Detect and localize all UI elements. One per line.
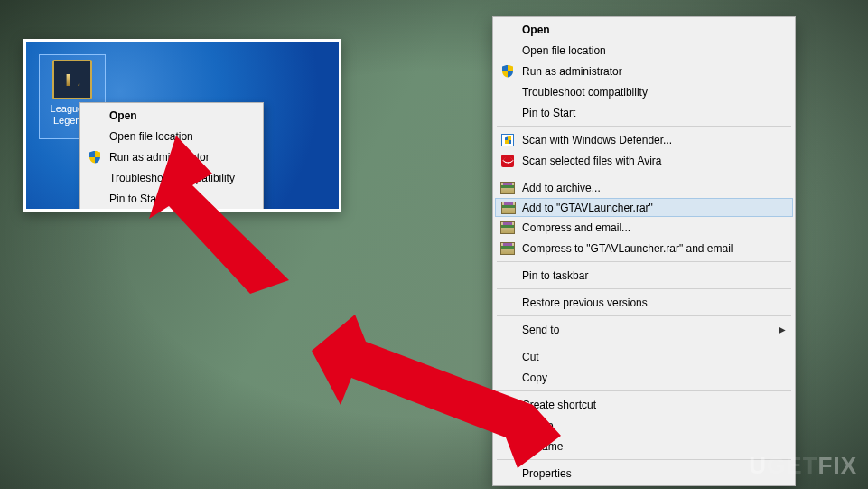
menu-run-as-admin[interactable]: Run as administrator <box>495 61 793 81</box>
menu-open-file-location[interactable]: Open file location <box>82 126 261 146</box>
shield-icon <box>500 64 515 79</box>
rar-icon <box>500 221 515 235</box>
separator <box>497 126 791 127</box>
separator <box>497 315 791 316</box>
menu-scan-avira[interactable]: Scan selected files with Avira <box>495 150 793 171</box>
menu-open[interactable]: Open <box>495 19 793 40</box>
menu-scan-defender[interactable]: Scan with Windows Defender... <box>495 129 793 150</box>
menu-pin-start[interactable]: Pin to Start <box>495 102 793 123</box>
menu-compress-rar-email[interactable]: Compress to "GTAVLauncher.rar" and email <box>495 238 793 259</box>
league-icon: L <box>52 60 92 99</box>
separator <box>497 174 791 174</box>
rar-icon <box>500 181 515 195</box>
separator <box>497 288 791 289</box>
separator <box>497 343 791 343</box>
menu-copy[interactable]: Copy <box>495 367 793 388</box>
menu-delete[interactable]: Delete <box>495 415 793 436</box>
menu-add-to-rar[interactable]: Add to "GTAVLauncher.rar" <box>495 198 793 217</box>
menu-troubleshoot[interactable]: Troubleshoot compatibility <box>495 81 793 102</box>
menu-cut[interactable]: Cut <box>495 346 793 367</box>
menu-open[interactable]: Open <box>82 105 261 126</box>
menu-troubleshoot[interactable]: Troubleshoot compatibility <box>82 167 261 188</box>
watermark: UGETFIX <box>749 452 857 480</box>
separator <box>497 459 791 460</box>
menu-compress-email[interactable]: Compress and email... <box>495 217 793 238</box>
menu-open-file-location[interactable]: Open file location <box>495 40 793 61</box>
menu-pin-taskbar[interactable]: Pin to taskbar <box>495 265 793 286</box>
defender-icon <box>500 133 515 147</box>
menu-pin-start[interactable]: Pin to Start <box>82 188 261 209</box>
menu-restore-versions[interactable]: Restore previous versions <box>495 292 793 313</box>
shield-icon <box>88 150 102 165</box>
rar-icon <box>501 201 516 215</box>
avira-icon <box>500 154 515 168</box>
desktop-crop: L League of Legends Open Open file locat… <box>23 39 341 212</box>
separator <box>497 390 791 391</box>
rar-icon <box>500 241 515 256</box>
context-menu-small: Open Open file location Run as administr… <box>79 102 264 212</box>
menu-run-as-admin[interactable]: Run as administrator <box>82 146 261 167</box>
context-menu-large: Open Open file location Run as administr… <box>492 16 796 486</box>
submenu-arrow-icon: ▶ <box>779 324 786 334</box>
menu-send-to[interactable]: Send to ▶ <box>495 319 793 340</box>
menu-create-shortcut[interactable]: Create shortcut <box>495 394 793 415</box>
separator <box>497 261 791 262</box>
menu-add-archive[interactable]: Add to archive... <box>495 177 793 198</box>
